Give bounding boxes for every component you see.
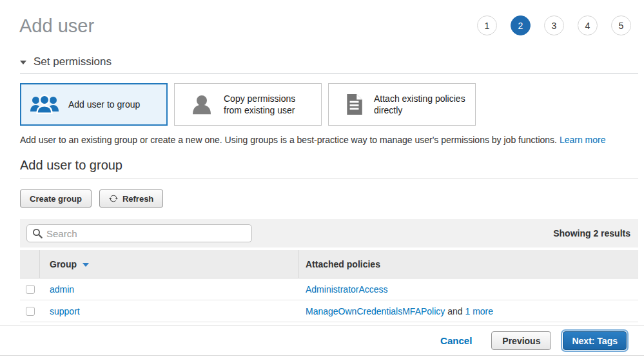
- group-cell: admin: [40, 278, 299, 300]
- previous-button[interactable]: Previous: [491, 331, 551, 350]
- permissions-description: Add user to an existing group or create …: [20, 135, 638, 145]
- option-card-add-user-to-group[interactable]: Add user to group: [20, 83, 168, 126]
- group-link[interactable]: admin: [50, 284, 74, 295]
- group-section-title: Add user to group: [20, 157, 638, 173]
- option-label: Attach existing policies directly: [374, 93, 475, 116]
- group-column-label: Group: [50, 259, 77, 269]
- header-checkbox-cell: [20, 250, 40, 278]
- row-checkbox-cell: [20, 278, 40, 300]
- step-indicator: 1 2 3 4 5: [477, 15, 638, 35]
- wizard-footer: Cancel Previous Next: Tags: [0, 325, 644, 356]
- create-group-button[interactable]: Create group: [20, 189, 92, 208]
- wizard-header: Add user 1 2 3 4 5: [20, 0, 638, 39]
- policy-link[interactable]: AdministratorAccess: [306, 284, 388, 295]
- next-tags-label: Next: Tags: [572, 336, 618, 346]
- step-circle-3[interactable]: 3: [544, 15, 564, 35]
- attached-policies-column-label: Attached policies: [306, 259, 380, 269]
- option-card-attach-policies[interactable]: Attach existing policies directly: [328, 83, 476, 126]
- option-card-copy-permissions[interactable]: Copy permissions from existing user: [174, 83, 322, 126]
- search-input[interactable]: [26, 224, 252, 242]
- permission-option-cards: Add user to group Copy permissions from …: [20, 83, 638, 126]
- and-text: and: [445, 306, 465, 316]
- row-checkbox[interactable]: [26, 307, 35, 316]
- sort-descending-icon: [83, 263, 89, 267]
- create-group-label: Create group: [30, 194, 82, 204]
- refresh-icon: [109, 194, 118, 203]
- user-icon: [191, 94, 212, 115]
- table-header-row: Group Attached policies: [20, 250, 638, 278]
- table-actions: Create group Refresh: [20, 189, 638, 208]
- table-row[interactable]: support ManageOwnCredentialsMFAPolicy an…: [20, 300, 638, 322]
- step-circle-2[interactable]: 2: [511, 15, 531, 35]
- search-box: [26, 224, 252, 242]
- chevron-down-icon: [20, 61, 26, 64]
- more-policies-link[interactable]: 1 more: [465, 306, 493, 316]
- table-row[interactable]: admin AdministratorAccess: [20, 278, 638, 300]
- row-checkbox[interactable]: [26, 285, 35, 294]
- column-header-attached-policies: Attached policies: [299, 250, 638, 278]
- step-circle-5[interactable]: 5: [611, 15, 631, 35]
- table-toolbar: Showing 2 results: [20, 219, 638, 247]
- groups-table: Showing 2 results Group Attached policie…: [20, 219, 638, 322]
- cancel-link[interactable]: Cancel: [440, 335, 472, 346]
- set-permissions-section-header[interactable]: Set permissions: [20, 55, 638, 74]
- users-group-icon: [30, 94, 59, 115]
- add-user-wizard: Add user 1 2 3 4 5 Set permissions: [20, 0, 638, 322]
- set-permissions-heading: Set permissions: [34, 55, 112, 68]
- results-count: Showing 2 results: [553, 228, 630, 238]
- description-text: Add user to an existing group or create …: [20, 135, 557, 145]
- section-divider: [20, 179, 638, 179]
- group-cell: support: [40, 300, 299, 322]
- previous-label: Previous: [502, 336, 540, 346]
- refresh-button[interactable]: Refresh: [99, 189, 163, 208]
- attached-policies-cell: ManageOwnCredentialsMFAPolicy and 1 more: [299, 300, 638, 322]
- learn-more-link[interactable]: Learn more: [560, 135, 606, 145]
- row-checkbox-cell: [20, 300, 40, 322]
- policy-link[interactable]: ManageOwnCredentialsMFAPolicy: [306, 306, 445, 316]
- option-label: Copy permissions from existing user: [224, 93, 321, 116]
- column-header-group[interactable]: Group: [40, 250, 299, 278]
- option-label: Add user to group: [68, 99, 145, 110]
- refresh-label: Refresh: [122, 194, 153, 204]
- search-icon: [32, 228, 43, 238]
- policy-document-icon: [346, 94, 362, 115]
- step-circle-1[interactable]: 1: [477, 15, 497, 35]
- step-circle-4[interactable]: 4: [578, 15, 598, 35]
- attached-policies-cell: AdministratorAccess: [299, 278, 638, 300]
- group-link[interactable]: support: [50, 306, 80, 316]
- page-title: Add user: [19, 13, 94, 39]
- next-tags-button[interactable]: Next: Tags: [563, 331, 627, 350]
